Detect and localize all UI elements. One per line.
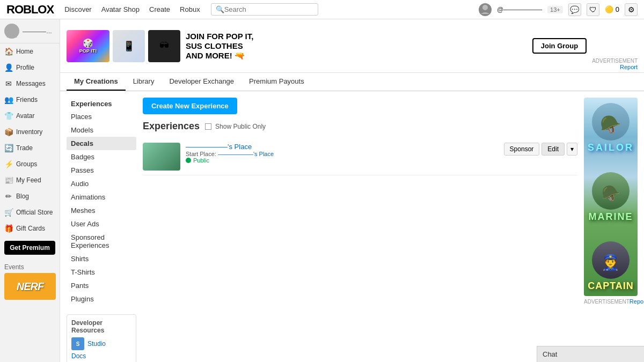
sidebar-username: ——————	[23, 28, 55, 34]
sidebar-label-myfeed: My Feed	[16, 176, 41, 184]
experience-info: ——————'s Place Start Place: ——————'s Pla…	[186, 143, 499, 164]
shield-icon-btn[interactable]: 🛡	[587, 3, 599, 16]
sidebar-item-friends[interactable]: 👥 Friends	[0, 92, 60, 108]
home-icon: 🏠	[4, 47, 13, 56]
ad-join-button[interactable]: Join Group	[532, 38, 587, 54]
chat-bar[interactable]: Chat	[537, 346, 644, 362]
create-new-experience-button[interactable]: Create New Experience	[143, 98, 237, 114]
ad-text: JOIN FOR POP IT,SUS CLOTHESAND MORE! 🔫	[186, 32, 527, 61]
right-ad-image: 🪖 SAILOR 🪖 MARINE	[584, 98, 638, 296]
sidebar-label-messages: Messages	[16, 80, 46, 87]
trade-icon: 🔄	[4, 144, 13, 152]
left-nav-passes[interactable]: Passes	[67, 164, 136, 177]
ad-image-1: 🎲 POP IT!	[67, 30, 109, 62]
sidebar-label-inventory: Inventory	[16, 128, 42, 136]
experience-name[interactable]: ——————'s Place	[186, 143, 499, 151]
experience-public-badge: Public	[186, 157, 499, 164]
sidebar-label-friends: Friends	[16, 96, 38, 104]
studio-icon: S	[71, 337, 84, 350]
tab-my-creations[interactable]: My Creations	[67, 73, 126, 91]
inventory-icon: 📦	[4, 128, 13, 136]
tab-premium-payouts[interactable]: Premium Payouts	[241, 73, 312, 91]
sidebar-item-myfeed[interactable]: 📰 My Feed	[0, 172, 60, 188]
sidebar: —————— 🏠 Home 👤 Profile ✉ Messages 👥 Fri…	[0, 19, 60, 362]
left-nav-shirts[interactable]: Shirts	[67, 252, 136, 265]
left-nav-audio[interactable]: Audio	[67, 177, 136, 190]
sidebar-item-blog[interactable]: ✏ Blog	[0, 188, 60, 204]
left-nav-badges[interactable]: Badges	[67, 150, 136, 164]
dev-resources-section: Developer Resources S Studio Docs Commun…	[67, 314, 136, 362]
settings-icon-btn[interactable]: ⚙	[625, 3, 638, 16]
settings-dropdown-button[interactable]: ▾	[567, 143, 577, 156]
nav-right: @—————— 13+ 💬 🛡 🟡0 ⚙	[479, 3, 638, 16]
nav-create[interactable]: Create	[149, 5, 170, 13]
right-ad-report[interactable]: Report	[630, 298, 644, 305]
ad-image-3: 🕶	[148, 30, 180, 62]
tab-library[interactable]: Library	[126, 73, 162, 91]
nav-username: @——————	[497, 6, 542, 13]
right-ad: 🪖 SAILOR 🪖 MARINE	[584, 98, 638, 362]
nav-robux[interactable]: Robux	[180, 5, 200, 13]
sidebar-user[interactable]: ——————	[0, 19, 60, 43]
get-premium-button[interactable]: Get Premium	[4, 241, 55, 255]
left-nav-sponsored[interactable]: Sponsored Experiences	[67, 231, 136, 252]
myfeed-icon: 📰	[4, 176, 13, 184]
chat-icon-btn[interactable]: 💬	[568, 3, 581, 16]
left-nav-plugins[interactable]: Plugins	[67, 292, 136, 306]
chat-label: Chat	[543, 350, 557, 358]
events-section: Events NERF	[0, 259, 60, 304]
show-public-checkbox[interactable]	[205, 123, 211, 130]
svg-point-1	[9, 26, 15, 32]
sidebar-item-profile[interactable]: 👤 Profile	[0, 60, 60, 76]
sidebar-item-messages[interactable]: ✉ Messages	[0, 76, 60, 92]
sidebar-item-trade[interactable]: 🔄 Trade	[0, 140, 60, 156]
experience-start-place: Start Place: ——————'s Place	[186, 151, 499, 157]
inner-layout: Experiences Places Models Decals Badges …	[60, 91, 644, 362]
left-nav-tshirts[interactable]: T-Shirts	[67, 265, 136, 279]
left-nav-places[interactable]: Places	[67, 110, 136, 123]
right-ad-label: ADVERTISEMENT	[584, 299, 630, 305]
sponsor-button[interactable]: Sponsor	[504, 143, 540, 156]
tab-developer-exchange[interactable]: Developer Exchange	[162, 73, 241, 91]
left-nav-section: Experiences Places Models Decals Badges …	[67, 98, 136, 306]
ad-report-link[interactable]: Report	[620, 64, 638, 70]
groups-icon: ⚡	[4, 160, 13, 168]
dev-res-studio[interactable]: S Studio	[71, 336, 131, 351]
left-nav-user-ads[interactable]: User Ads	[67, 217, 136, 231]
sidebar-item-inventory[interactable]: 📦 Inventory	[0, 124, 60, 140]
sidebar-label-official-store: Official Store	[16, 209, 53, 216]
experience-thumbnail	[143, 143, 180, 171]
sidebar-item-avatar[interactable]: 👕 Avatar	[0, 108, 60, 124]
dev-res-docs[interactable]: Docs	[71, 351, 131, 361]
nav-avatar-shop[interactable]: Avatar Shop	[101, 5, 140, 13]
sidebar-avatar	[4, 24, 19, 39]
captain-text: CAPTAIN	[588, 281, 634, 291]
logo[interactable]: ROBLOX	[6, 3, 54, 17]
main-scroll: Experiences Places Models Decals Badges …	[60, 91, 644, 362]
svg-point-0	[482, 5, 488, 10]
sidebar-item-official-store[interactable]: 🛒 Official Store	[0, 204, 60, 220]
left-nav-models[interactable]: Models	[67, 123, 136, 137]
left-nav-decals[interactable]: Decals	[67, 137, 136, 150]
content-area: 🎲 POP IT! 📱 🕶 JOIN FOR POP IT,SUS CLOTHE…	[60, 19, 644, 362]
sidebar-label-home: Home	[16, 48, 33, 55]
avatar[interactable]	[479, 3, 492, 16]
blog-icon: ✏	[4, 192, 13, 201]
experience-start-link[interactable]: ——————'s Place	[218, 151, 274, 157]
sidebar-label-avatar: Avatar	[16, 112, 34, 120]
left-nav-meshes[interactable]: Meshes	[67, 204, 136, 217]
sidebar-item-groups[interactable]: ⚡ Groups	[0, 156, 60, 172]
official-store-icon: 🛒	[4, 208, 13, 217]
left-nav-animations[interactable]: Animations	[67, 190, 136, 204]
left-nav-pants[interactable]: Pants	[67, 279, 136, 292]
left-nav-section-title: Experiences	[67, 98, 136, 110]
ad-footer: ADVERTISEMENT Report	[592, 58, 638, 70]
top-nav: ROBLOX Discover Avatar Shop Create Robux…	[0, 0, 644, 19]
show-public-label[interactable]: Show Public Only	[205, 123, 266, 130]
sidebar-item-home[interactable]: 🏠 Home	[0, 43, 60, 60]
edit-button[interactable]: Edit	[541, 143, 565, 156]
nav-discover[interactable]: Discover	[64, 5, 92, 13]
events-banner[interactable]: NERF	[4, 273, 56, 300]
search-input[interactable]	[224, 5, 313, 13]
sidebar-item-gift-cards[interactable]: 🎁 Gift Cards	[0, 220, 60, 237]
